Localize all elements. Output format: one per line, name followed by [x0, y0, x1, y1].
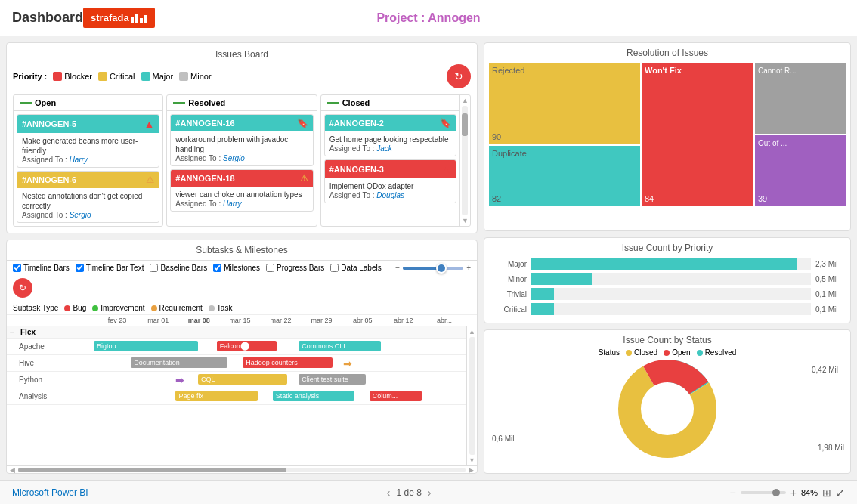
zoom-slider[interactable]: − +	[395, 264, 471, 272]
scroll-track	[462, 106, 468, 215]
donut-label-closed: 1,98 Mil	[818, 444, 844, 452]
issue-assigned: Assigned To : Douglas	[329, 191, 451, 199]
collapse-icon[interactable]: −	[10, 328, 17, 336]
bar-row-minor: Minor 0,5 Mil	[489, 273, 846, 285]
zoom-plus-button[interactable]: +	[790, 487, 797, 499]
gantt-v-track	[469, 337, 475, 455]
timeline-bars-label: Timeline Bars	[23, 264, 70, 272]
h-scroll-right[interactable]: ▶	[469, 466, 474, 474]
data-labels-checkbox[interactable]: Data Labels	[330, 264, 381, 272]
powerbi-link[interactable]: Microsoft Power BI	[12, 487, 88, 498]
gantt-bar: Client test suite	[299, 374, 366, 385]
bar-fill-major	[531, 258, 797, 270]
issue-assigned: Assigned To : Harry	[175, 199, 308, 208]
bar-value-critical: 0,1 Mil	[815, 305, 846, 314]
status-chart-title: Issue Count by Status	[489, 335, 846, 345]
requirement-label: Requirement	[159, 304, 203, 312]
issue-card[interactable]: #ANNOGEN-6 ⚠ Nested annotations don't ge…	[17, 171, 159, 223]
issue-card[interactable]: #ANNOGEN-16 🔖 workaround problem with ja…	[170, 114, 313, 166]
refresh-button[interactable]: ↻	[447, 64, 471, 88]
issue-header: #ANNOGEN-18 ⚠	[171, 170, 312, 187]
resolved-indicator	[173, 102, 185, 104]
bug-type: Bug	[64, 304, 86, 312]
treemap-left: Rejected 90 Duplicate 82	[489, 63, 640, 206]
logo-text: strafada	[91, 12, 129, 23]
critical-label: Critical	[110, 72, 135, 81]
gantt-scroll-down[interactable]: ▼	[469, 456, 475, 464]
priority-critical: Critical	[98, 72, 135, 81]
issue-header: #ANNOGEN-3 ▲	[325, 160, 456, 178]
scroll-spacer	[465, 317, 474, 324]
major-dot	[141, 72, 150, 81]
gantt-scroll-bar[interactable]: ▲ ▼	[466, 326, 477, 465]
zoom-minus-button[interactable]: −	[730, 487, 736, 499]
subtasks-refresh-button[interactable]: ↻	[13, 278, 32, 298]
h-scroll-left[interactable]: ◀	[10, 466, 15, 474]
issue-header: #ANNOGEN-5 ▲	[17, 115, 159, 133]
gantt-scroll-up[interactable]: ▲	[469, 328, 475, 335]
gantt-row: Hive Documentation Hadoop counters ➡	[7, 355, 466, 372]
date-label: mar 01	[138, 317, 178, 324]
issue-card[interactable]: #ANNOGEN-2 🔖 Get home page looking respe…	[324, 114, 456, 156]
issue-assigned: Assigned To : Sergio	[175, 154, 308, 162]
milestones-input[interactable]	[213, 264, 221, 272]
scroll-down-btn[interactable]: ▼	[462, 217, 469, 224]
issue-text: workaround problem with javadoc handling	[175, 135, 308, 154]
timeline-text-checkbox[interactable]: Timeline Bar Text	[76, 264, 144, 272]
issue-text: Get home page looking respectable	[329, 135, 451, 144]
bar-fill-trivial	[531, 288, 554, 300]
issue-card[interactable]: #ANNOGEN-3 ▲ Implement QDox adapter Assi…	[324, 159, 456, 203]
timeline-bars-checkbox[interactable]: Timeline Bars	[13, 264, 70, 272]
priority-icon: ⚠	[300, 173, 308, 184]
gantt-bar: Documentation	[131, 357, 227, 368]
subtask-type-label: Subtask Type	[13, 304, 58, 312]
milestones-checkbox[interactable]: Milestones	[213, 264, 260, 272]
bar-row-trivial: Trivial 0,1 Mil	[489, 288, 846, 300]
task-label: Task	[217, 304, 233, 312]
progress-bars-input[interactable]	[266, 264, 274, 272]
priority-blocker: Blocker	[53, 72, 92, 81]
progress-bars-checkbox[interactable]: Progress Bars	[266, 264, 324, 272]
issue-text: Make generated beans more user-friendly	[22, 136, 154, 156]
timeline-text-input[interactable]	[76, 264, 84, 272]
minor-dot	[179, 72, 188, 81]
date-label: abr...	[424, 317, 465, 324]
resolved-column: Resolved #ANNOGEN-16 🔖 workaround proble…	[166, 94, 317, 227]
timeline-bars-input[interactable]	[13, 264, 21, 272]
prev-page-button[interactable]: ‹	[387, 487, 391, 499]
gantt-area: fev 23 mar 01 mar 08 mar 15 mar 22 mar 2…	[7, 315, 477, 473]
zoom-plus[interactable]: +	[466, 264, 471, 272]
resolution-panel: Resolution of Issues Rejected 90 Duplica…	[484, 42, 851, 231]
zoom-minus[interactable]: −	[395, 264, 400, 272]
bar-value-major: 2,3 Mil	[815, 260, 846, 268]
row-bars: Documentation Hadoop counters ➡	[94, 357, 466, 370]
closed-label: Closed	[342, 98, 370, 107]
improvement-label: Improvement	[101, 304, 144, 312]
next-page-button[interactable]: ›	[428, 487, 432, 499]
data-labels-label: Data Labels	[341, 264, 381, 272]
rejected-label: Rejected	[492, 66, 524, 75]
priority-label: Priority :	[13, 72, 47, 81]
data-labels-input[interactable]	[330, 264, 339, 272]
gantt-row: Python ➡ CQL Client test suite	[7, 372, 466, 388]
h-scroll-bar[interactable]: ◀ ▶	[7, 465, 477, 473]
issue-card[interactable]: #ANNOGEN-18 ⚠ viewer can choke on annota…	[170, 169, 313, 212]
slider-fill	[403, 267, 439, 270]
fit-page-button[interactable]: ⊞	[822, 487, 831, 499]
baseline-bars-checkbox[interactable]: Baseline Bars	[150, 264, 207, 272]
scroll-thumb	[462, 113, 468, 136]
zoom-thumb[interactable]	[772, 489, 780, 496]
svg-point-3	[645, 386, 690, 431]
scroll-bar[interactable]: ▲ ▼	[459, 95, 470, 226]
slider-thumb[interactable]	[436, 263, 447, 274]
issue-card[interactable]: #ANNOGEN-5 ▲ Make generated beans more u…	[17, 114, 159, 168]
expand-button[interactable]: ⤢	[836, 487, 845, 499]
donut-svg	[614, 356, 720, 462]
progress-bars-label: Progress Bars	[277, 264, 324, 272]
cannot-label: Cannot R...	[758, 66, 797, 75]
baseline-bars-input[interactable]	[150, 264, 158, 272]
rejected-segment: Rejected 90	[489, 63, 640, 144]
wontfix-label: Won't Fix	[645, 66, 682, 75]
scroll-up-btn[interactable]: ▲	[462, 97, 469, 104]
zoom-track	[741, 491, 786, 494]
